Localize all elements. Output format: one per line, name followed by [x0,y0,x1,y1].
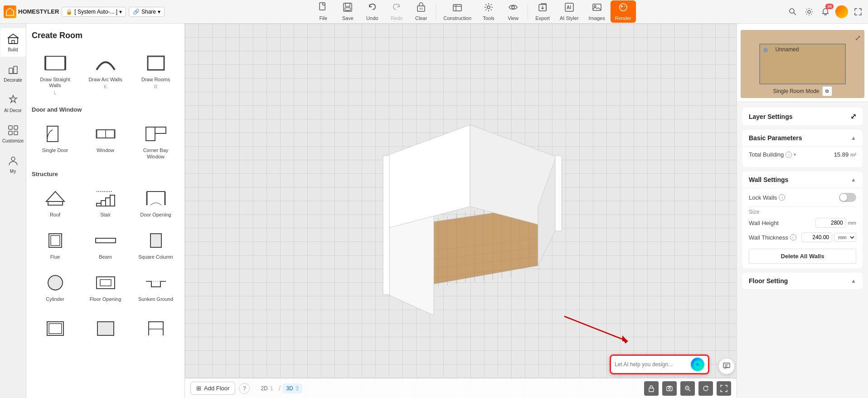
save-button[interactable]: Save [336,0,359,23]
ai-chat-icon [691,358,704,371]
single-door-item[interactable]: Single Door [32,118,78,163]
zoom-out-button[interactable] [680,381,695,396]
view-button[interactable]: View [501,0,525,23]
notification-count: 34 [825,4,834,9]
user-avatar[interactable] [835,5,848,18]
layer-settings-header[interactable]: Layer Settings ⤢ [742,108,863,125]
draw-straight-walls-item[interactable]: Draw Straight Walls L [32,48,78,99]
extra-item-2[interactable] [82,313,129,346]
svg-point-58 [48,275,63,290]
settings-button[interactable] [803,5,815,18]
create-room-panel: Create Room Draw Straight Walls L Draw A… [26,24,185,398]
wall-settings-body: Lock Walls i Size Wall Height mm [742,188,863,268]
undo-button[interactable]: Undo [360,0,384,23]
extra-item-1[interactable] [32,313,78,346]
search-button[interactable] [786,5,799,18]
sunken-ground-label: Sunken Ground [138,296,173,302]
floor-opening-item[interactable]: Floor Opening [82,267,129,306]
svg-rect-39 [148,56,164,70]
structure-section-title: Structure [32,171,179,177]
tools-button[interactable]: Tools [477,0,500,23]
total-building-value-group: 15.89 m² [834,151,856,158]
help-button[interactable]: ? [239,383,250,394]
2d-view-button[interactable]: 2D 1 [257,383,276,393]
corner-bay-window-icon [143,122,169,146]
mini-map-expand-button[interactable]: ⤢ [855,34,861,42]
render-button[interactable]: Render [611,0,636,23]
svg-rect-31 [9,131,12,135]
svg-rect-16 [593,4,601,10]
sidebar-item-my[interactable]: My [0,150,26,178]
ai-styler-button[interactable]: AI AI Styler [555,0,583,23]
sidebar-item-decorate[interactable]: Decorate [0,59,26,87]
flue-label: Flue [50,254,60,260]
images-button[interactable]: Images [584,0,610,23]
construction-button[interactable]: Construction [439,0,476,23]
ai-chat-box[interactable] [610,354,709,374]
view-separator: / [279,384,281,393]
svg-rect-5 [417,6,425,11]
rotate-button[interactable] [698,381,713,396]
wall-height-input[interactable] [815,218,846,228]
draw-rooms-shortcut: R [154,84,157,89]
roof-item[interactable]: Roof [32,183,78,221]
sidebar-item-customize[interactable]: Customize [0,119,26,148]
lock-walls-info-icon[interactable]: i [779,194,785,201]
svg-point-23 [808,10,810,13]
add-floor-button[interactable]: ⊞ Add Floor [190,382,235,395]
fullscreen-button[interactable] [717,381,731,396]
system-auto-button[interactable]: 🔒 [ System Auto-... ] ▾ [62,7,126,17]
window-item[interactable]: Window [82,118,129,163]
export-button[interactable]: Export [531,0,554,23]
square-column-item[interactable]: Square Column [132,225,179,264]
screenshot-button[interactable] [662,381,677,396]
share-button[interactable]: 🔗 Share ▾ [129,7,165,17]
beam-item[interactable]: Beam [82,225,129,264]
draw-arc-walls-item[interactable]: Draw Arc Walls K [82,48,129,99]
sidebar-item-ai-decor[interactable]: AI Decor [0,89,26,118]
delete-all-walls-button[interactable]: Delete All Walls [749,249,856,264]
extra-item-3[interactable] [132,313,179,346]
redo-button[interactable]: Redo [385,0,408,23]
wall-height-value-group: mm [815,218,856,228]
lock-walls-toggle[interactable] [839,193,856,202]
lock-floor-button[interactable] [644,381,659,396]
corner-bay-window-item[interactable]: Corner Bay Window [132,118,179,163]
construction-label: Construction [443,15,471,21]
wall-thickness-info-icon[interactable]: i [790,234,796,241]
door-opening-item[interactable]: Door Opening [132,183,179,221]
floor-setting-header[interactable]: Floor Setting ▲ [742,273,863,289]
total-building-info-icon[interactable]: i [786,152,792,158]
ai-chat-input[interactable] [615,361,687,368]
file-button[interactable]: File [311,0,335,23]
svg-rect-29 [9,126,12,129]
wall-thickness-input[interactable] [801,232,832,242]
svg-rect-4 [345,8,350,10]
single-room-expand-button[interactable]: ⧉ [822,86,832,96]
lock-walls-label-group: Lock Walls i [749,194,785,201]
sunken-ground-item[interactable]: Sunken Ground [132,267,179,306]
sidebar-item-build[interactable]: Build [0,28,26,57]
stair-item[interactable]: Stair [82,183,129,221]
wall-settings-header[interactable]: Wall Settings ▲ [742,172,863,188]
panel-title: Create Room [32,31,179,40]
svg-rect-90 [383,156,389,295]
mini-map-room-name: Unnamed [775,46,799,53]
basic-parameters-header[interactable]: Basic Parameters ▲ [742,130,863,146]
draw-rooms-icon [143,51,169,75]
customize-icon [7,124,19,137]
expand-button[interactable] [852,5,864,18]
draw-arc-walls-icon [93,51,118,75]
feedback-button[interactable] [718,358,735,374]
svg-rect-3 [345,3,350,6]
clear-button[interactable]: Clear [409,0,433,23]
notifications-button[interactable]: 34 [819,5,832,18]
canvas-area[interactable]: ⊞ Add Floor ? 2D 1 / 3D 3 [185,24,737,398]
3d-view-button[interactable]: 3D 3 [282,383,302,393]
flue-item[interactable]: Flue [32,225,78,264]
svg-line-100 [689,389,690,391]
cylinder-item[interactable]: Cylinder [32,267,78,306]
wall-thickness-unit-dropdown[interactable]: mm [834,233,856,242]
wall-thickness-label-group: Wall Thickness i [749,234,796,241]
draw-rooms-item[interactable]: Draw Rooms R [132,48,179,99]
